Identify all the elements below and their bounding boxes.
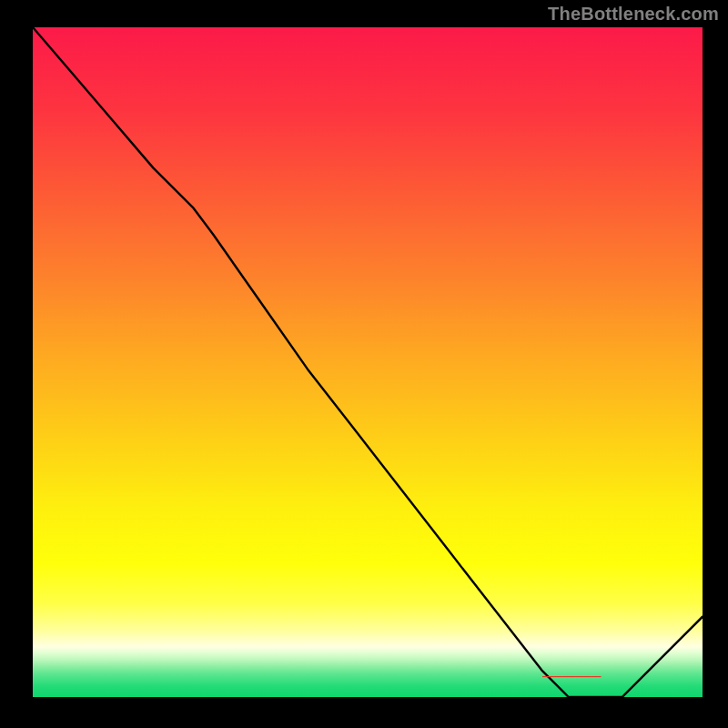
chart-frame: TheBottleneck.com —————— bbox=[0, 0, 728, 728]
minimum-annotation: —————— bbox=[542, 671, 601, 682]
plot-area: —————— bbox=[33, 27, 703, 697]
bottleneck-curve bbox=[33, 27, 703, 697]
watermark-text: TheBottleneck.com bbox=[548, 4, 719, 25]
